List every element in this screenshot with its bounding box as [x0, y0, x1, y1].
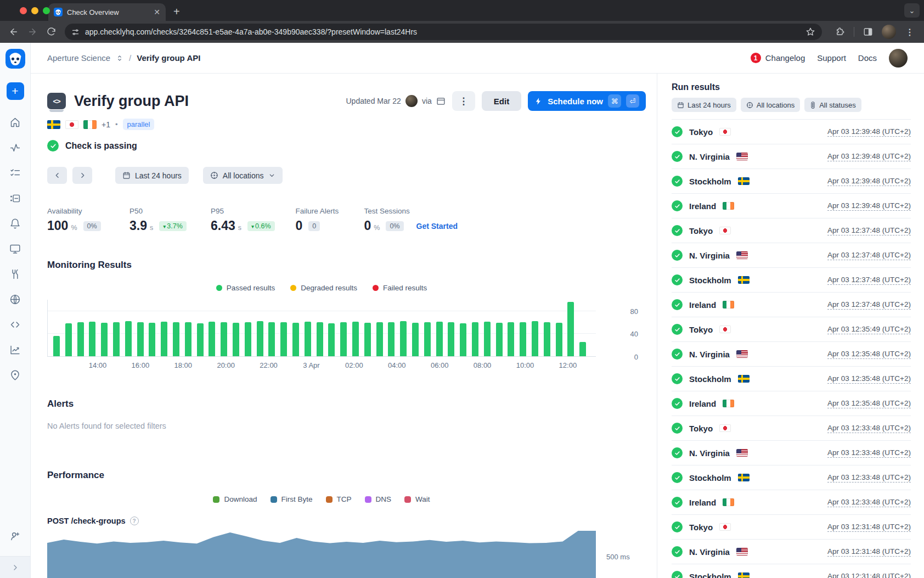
locations-filter[interactable]: All locations: [203, 167, 283, 184]
browser-profile-avatar[interactable]: [882, 25, 896, 39]
run-result-row[interactable]: IrelandApr 03 12:39:48 (UTC+2): [672, 194, 911, 218]
run-timestamp-link[interactable]: Apr 03 12:31:48 (UTC+2): [827, 523, 911, 532]
run-timestamp-link[interactable]: Apr 03 12:39:48 (UTC+2): [827, 201, 911, 211]
performance-heading: Performance: [47, 470, 657, 481]
run-result-row[interactable]: IrelandApr 03 12:37:48 (UTC+2): [672, 293, 911, 317]
run-result-row[interactable]: TokyoApr 03 12:31:48 (UTC+2): [672, 515, 911, 540]
run-result-row[interactable]: N. VirginiaApr 03 12:37:48 (UTC+2): [672, 243, 911, 268]
forward-button[interactable]: [24, 24, 41, 40]
run-timestamp-link[interactable]: Apr 03 12:37:48 (UTC+2): [827, 251, 911, 260]
groups-icon[interactable]: [9, 192, 21, 204]
sidebar-collapse-button[interactable]: [0, 556, 30, 578]
time-range-filter[interactable]: Last 24 hours: [115, 167, 189, 184]
invite-user-icon[interactable]: [9, 530, 21, 544]
help-icon[interactable]: ?: [130, 517, 139, 525]
legend-item[interactable]: Failed results: [373, 284, 427, 292]
stat-value-row: 100%0%: [47, 218, 108, 233]
extensions-icon[interactable]: [832, 24, 848, 40]
changelog-link[interactable]: 1 Changelog: [751, 53, 805, 63]
legend-item[interactable]: DNS: [365, 495, 392, 503]
run-filter-last-24-hours[interactable]: Last 24 hours: [672, 98, 736, 112]
run-timestamp-link[interactable]: Apr 03 12:33:48 (UTC+2): [827, 473, 911, 482]
run-timestamp-link[interactable]: Apr 03 12:31:48 (UTC+2): [827, 572, 911, 578]
browser-tab[interactable]: Check Overview ✕: [48, 3, 166, 21]
run-result-row[interactable]: N. VirginiaApr 03 12:39:48 (UTC+2): [672, 144, 911, 169]
run-result-row[interactable]: StockholmApr 03 12:31:48 (UTC+2): [672, 564, 911, 578]
run-timestamp-link[interactable]: Apr 03 12:33:48 (UTC+2): [827, 498, 911, 507]
legend-item[interactable]: Passed results: [216, 284, 275, 292]
run-result-row[interactable]: N. VirginiaApr 03 12:31:48 (UTC+2): [672, 540, 911, 564]
run-filter-all-locations[interactable]: All locations: [741, 98, 800, 112]
home-icon[interactable]: [9, 116, 21, 128]
prev-window-button[interactable]: [47, 167, 67, 184]
legend-item[interactable]: TCP: [326, 495, 352, 503]
globe-icon[interactable]: [9, 293, 21, 305]
zoom-window-button[interactable]: [43, 7, 50, 14]
run-result-row[interactable]: StockholmApr 03 12:39:48 (UTC+2): [672, 169, 911, 194]
account-switcher[interactable]: Aperture Science: [47, 53, 110, 63]
account-switcher-icon[interactable]: [116, 54, 123, 62]
schedule-now-button[interactable]: Schedule now ⌘ ⏎: [528, 91, 646, 111]
run-result-row[interactable]: StockholmApr 03 12:37:48 (UTC+2): [672, 268, 911, 293]
checks-list-icon[interactable]: [9, 167, 21, 179]
legend-item[interactable]: Download: [213, 495, 257, 503]
tab-search-button[interactable]: ⌄: [904, 3, 920, 18]
checkly-logo[interactable]: [5, 49, 25, 69]
run-timestamp-link[interactable]: Apr 03 12:39:48 (UTC+2): [827, 152, 911, 161]
run-timestamp-link[interactable]: Apr 03 12:31:48 (UTC+2): [827, 547, 911, 557]
run-passed-icon: [672, 447, 683, 458]
run-timestamp-link[interactable]: Apr 03 12:39:48 (UTC+2): [827, 177, 911, 186]
run-timestamp-link[interactable]: Apr 03 12:33:48 (UTC+2): [827, 424, 911, 433]
run-result-row[interactable]: TokyoApr 03 12:39:48 (UTC+2): [672, 120, 911, 144]
legend-item[interactable]: Degraded results: [290, 284, 357, 292]
legend-item[interactable]: Wait: [404, 495, 430, 503]
new-tab-button[interactable]: +: [173, 5, 180, 18]
run-result-row[interactable]: IrelandApr 03 12:35:48 (UTC+2): [672, 391, 911, 416]
site-settings-icon[interactable]: [71, 28, 80, 36]
run-timestamp-link[interactable]: Apr 03 12:37:48 (UTC+2): [827, 276, 911, 285]
more-actions-button[interactable]: ⋮: [452, 91, 475, 111]
run-timestamp-link[interactable]: Apr 03 12:35:48 (UTC+2): [827, 374, 911, 384]
run-timestamp-link[interactable]: Apr 03 12:39:48 (UTC+2): [827, 127, 911, 137]
user-avatar[interactable]: [889, 49, 908, 68]
run-result-row[interactable]: IrelandApr 03 12:33:48 (UTC+2): [672, 490, 911, 515]
browser-menu-icon[interactable]: ⋮: [902, 24, 918, 40]
edit-button[interactable]: Edit: [482, 91, 521, 111]
run-result-row[interactable]: N. VirginiaApr 03 12:35:48 (UTC+2): [672, 342, 911, 367]
back-button[interactable]: [5, 24, 22, 40]
flag-jp-icon: [719, 227, 731, 234]
dashboards-icon[interactable]: [9, 243, 21, 255]
activity-icon[interactable]: [9, 142, 21, 154]
run-filter-all-statuses[interactable]: All statuses: [804, 98, 861, 112]
run-result-row[interactable]: StockholmApr 03 12:35:48 (UTC+2): [672, 367, 911, 391]
run-timestamp-link[interactable]: Apr 03 12:37:48 (UTC+2): [827, 226, 911, 235]
side-panel-icon[interactable]: [860, 24, 876, 40]
legend-item[interactable]: First Byte: [271, 495, 313, 503]
run-timestamp-link[interactable]: Apr 03 12:35:48 (UTC+2): [827, 350, 911, 359]
tab-close-icon[interactable]: ✕: [154, 8, 160, 16]
run-timestamp-link[interactable]: Apr 03 12:33:48 (UTC+2): [827, 448, 911, 458]
close-window-button[interactable]: [20, 7, 27, 14]
create-new-button[interactable]: +: [7, 82, 24, 100]
reload-button[interactable]: [43, 24, 59, 40]
alerts-bell-icon[interactable]: [9, 217, 21, 229]
run-timestamp-link[interactable]: Apr 03 12:37:48 (UTC+2): [827, 300, 911, 310]
run-result-row[interactable]: TokyoApr 03 12:35:49 (UTC+2): [672, 317, 911, 342]
run-timestamp-link[interactable]: Apr 03 12:35:49 (UTC+2): [827, 325, 911, 334]
docs-link[interactable]: Docs: [858, 53, 877, 63]
bookmark-star-icon[interactable]: [805, 27, 815, 37]
analytics-icon[interactable]: [9, 344, 21, 356]
run-result-row[interactable]: N. VirginiaApr 03 12:33:48 (UTC+2): [672, 441, 911, 465]
run-result-row[interactable]: TokyoApr 03 12:33:48 (UTC+2): [672, 416, 911, 441]
maintenance-icon[interactable]: [9, 268, 21, 280]
support-link[interactable]: Support: [817, 53, 846, 63]
next-window-button[interactable]: [72, 167, 92, 184]
run-result-row[interactable]: TokyoApr 03 12:37:48 (UTC+2): [672, 218, 911, 243]
minimize-window-button[interactable]: [31, 7, 38, 14]
run-timestamp-link[interactable]: Apr 03 12:35:48 (UTC+2): [827, 399, 911, 408]
run-result-row[interactable]: StockholmApr 03 12:33:48 (UTC+2): [672, 465, 911, 490]
address-bar[interactable]: app.checklyhq.com/checks/3264c851-e5ae-4…: [65, 24, 822, 40]
get-started-link[interactable]: Get Started: [416, 222, 458, 231]
code-icon[interactable]: [9, 318, 21, 330]
locations-pin-icon[interactable]: [9, 369, 21, 381]
